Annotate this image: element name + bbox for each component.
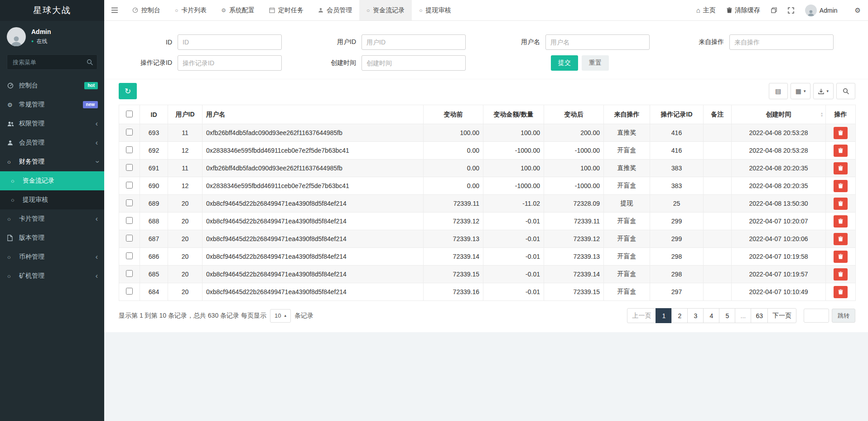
next-page-button[interactable]: 下一页 <box>767 308 796 323</box>
row-checkbox[interactable] <box>126 288 133 295</box>
delete-button[interactable] <box>834 268 848 281</box>
cell-amount: -0.01 <box>483 248 544 266</box>
col-id: ID <box>140 105 168 124</box>
toggle-view-button[interactable]: ▤ <box>769 83 788 99</box>
settings-button[interactable]: ⚙ <box>855 7 861 14</box>
sidebar-item-miner[interactable]: ○ 矿机管理 ‹ <box>0 266 104 286</box>
delete-button[interactable] <box>834 251 848 263</box>
cell-source: 开盲盒 <box>604 230 650 248</box>
prev-page-button[interactable]: 上一页 <box>627 308 656 323</box>
table-row: 687 20 0xb8cf94645d22b268499471ea4390f8d… <box>119 230 856 248</box>
filter-id-input[interactable] <box>178 34 282 50</box>
circle-icon: ○ <box>366 8 370 13</box>
tab-system-config[interactable]: ⚙ 系统配置 <box>214 0 262 20</box>
page-button[interactable]: 5 <box>719 308 735 323</box>
cell-user-id: 20 <box>168 283 203 301</box>
online-dot-icon: ● <box>31 39 34 44</box>
table-row: 691 11 0xfb26bff4db5fadc090d93ee262f1163… <box>119 160 856 177</box>
tab-label: 资金流记录 <box>373 6 405 15</box>
row-checkbox[interactable] <box>126 164 133 171</box>
page-button[interactable]: 3 <box>687 308 704 323</box>
delete-button[interactable] <box>834 233 848 245</box>
circle-icon: ○ <box>11 197 23 203</box>
row-checkbox[interactable] <box>126 199 133 206</box>
fullscreen-button[interactable] <box>788 7 794 14</box>
clear-cache-button[interactable]: 清除缓存 <box>727 6 760 15</box>
row-checkbox[interactable] <box>126 217 133 224</box>
gears-icon: ⚙ <box>7 102 19 108</box>
cell-before: 72339.12 <box>424 213 483 230</box>
user-name: Admin <box>31 28 51 35</box>
page-button[interactable]: 1 <box>656 308 672 323</box>
filter-created: 创建时间 <box>303 55 487 71</box>
row-checkbox[interactable] <box>126 146 133 153</box>
tab-card-list[interactable]: ○ 卡片列表 <box>168 0 214 20</box>
refresh-button[interactable]: ↻ <box>119 83 137 99</box>
cell-action <box>826 283 856 301</box>
tab-console[interactable]: 控制台 <box>125 0 168 20</box>
filter-username-input[interactable] <box>545 34 650 50</box>
col-source: 来自操作 <box>604 105 650 124</box>
home-link[interactable]: ⌂ 主页 <box>696 6 716 15</box>
filter-user-id-input[interactable] <box>362 34 466 50</box>
jump-page-input[interactable] <box>804 309 829 323</box>
sidebar-item-coin[interactable]: ○ 币种管理 ‹ <box>0 247 104 266</box>
sidebar-item-card[interactable]: ○ 卡片管理 ‹ <box>0 209 104 228</box>
filter-user-id: 用户ID <box>303 34 487 50</box>
sidebar-item-withdraw-audit[interactable]: ○ 提现审核 <box>0 190 104 209</box>
sidebar-toggle-button[interactable] <box>104 0 125 20</box>
filter-created-input[interactable] <box>362 55 466 71</box>
select-all-checkbox[interactable] <box>126 111 133 117</box>
col-created[interactable]: 创建时间 ▴ ▾ <box>732 105 826 124</box>
cell-before: 72339.13 <box>424 230 483 248</box>
row-checkbox[interactable] <box>126 252 133 259</box>
filter-record-id-input[interactable] <box>178 55 282 71</box>
table-row: 690 12 0x2838346e595fbdd46911ceb0e7e2f5d… <box>119 177 856 195</box>
reset-button[interactable]: 重置 <box>582 55 609 71</box>
sidebar-item-member[interactable]: 会员管理 ‹ <box>0 133 104 152</box>
delete-button[interactable] <box>834 215 848 227</box>
user-menu[interactable]: Admin <box>805 5 838 16</box>
filter-source-input[interactable] <box>729 34 834 50</box>
tab-cron[interactable]: 定时任务 <box>262 0 311 20</box>
delete-button[interactable] <box>834 286 848 298</box>
delete-button[interactable] <box>834 162 848 174</box>
filter-username: 用户名 <box>487 34 670 50</box>
filter-user-id-label: 用户ID <box>303 38 362 46</box>
page-size-dropdown[interactable]: 10 ▴ <box>270 309 291 323</box>
search-toggle-button[interactable] <box>836 83 855 99</box>
tab-withdraw-audit[interactable]: ○ 提现审核 <box>412 0 458 20</box>
tab-money-log[interactable]: ○ 资金流记录 <box>359 0 412 20</box>
topbar: 控制台 ○ 卡片列表 ⚙ 系统配置 定时任务 会员管理 <box>104 0 868 21</box>
menu-search-button[interactable] <box>82 55 97 69</box>
cell-created: 2022-04-08 20:20:35 <box>732 177 826 195</box>
cell-before: 72339.11 <box>424 195 483 213</box>
row-checkbox[interactable] <box>126 235 133 242</box>
cell-username: 0x2838346e595fbdd46911ceb0e7e2f5de7b63bc… <box>203 177 424 195</box>
sidebar-item-console[interactable]: 控制台 hot <box>0 76 104 95</box>
submit-button[interactable]: 提交 <box>551 55 578 71</box>
delete-button[interactable] <box>834 145 848 157</box>
sidebar-item-auth[interactable]: 权限管理 ‹ <box>0 114 104 133</box>
cell-source: 提现 <box>604 195 650 213</box>
delete-button[interactable] <box>834 127 848 139</box>
sidebar-item-general[interactable]: ⚙ 常规管理 new <box>0 95 104 114</box>
page-button[interactable]: 63 <box>751 308 768 323</box>
columns-dropdown-button[interactable]: ▦ ▾ <box>791 83 811 99</box>
sidebar-item-version[interactable]: 版本管理 <box>0 228 104 247</box>
docs-button[interactable] <box>771 7 777 13</box>
jump-button[interactable]: 跳转 <box>832 309 855 323</box>
row-checkbox[interactable] <box>126 270 133 277</box>
delete-button[interactable] <box>834 198 848 210</box>
page-button[interactable]: 2 <box>671 308 688 323</box>
cell-username: 0xfb26bff4db5fadc090d93ee262f11637644985… <box>203 124 424 142</box>
delete-button[interactable] <box>834 180 848 192</box>
tab-member[interactable]: 会员管理 <box>311 0 359 20</box>
sidebar-item-finance[interactable]: ○ 财务管理 ‹ <box>0 152 104 171</box>
row-checkbox[interactable] <box>126 129 133 135</box>
export-dropdown-button[interactable]: ▾ <box>813 83 834 99</box>
row-checkbox[interactable] <box>126 182 133 189</box>
page-button[interactable]: 4 <box>703 308 719 323</box>
sidebar-item-money-log[interactable]: ○ 资金流记录 <box>0 171 104 190</box>
filter-row: 操作记录ID 创建时间 提交 重置 <box>119 55 855 71</box>
